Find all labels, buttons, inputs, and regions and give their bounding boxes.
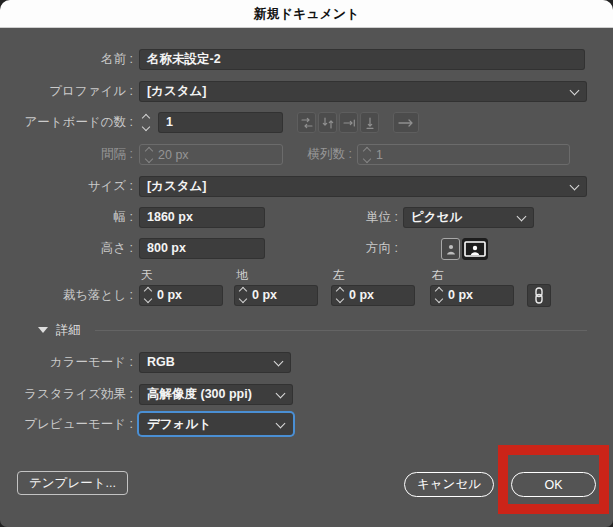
new-document-dialog: 新規ドキュメント 名前 : 名称未設定-2 プロファイル : [カスタム] アー… bbox=[0, 0, 613, 527]
width-row: 幅 : 1860 px 単位 : ピクセル bbox=[0, 207, 613, 228]
chevron-down-icon bbox=[363, 154, 371, 162]
columns-stepper bbox=[364, 146, 370, 164]
profile-label: プロファイル : bbox=[0, 81, 133, 102]
profile-value: [カスタム] bbox=[147, 84, 207, 98]
preview-mode-row: プレビューモード : デフォルト bbox=[0, 413, 613, 435]
height-label: 高さ : bbox=[0, 238, 133, 259]
chevron-down-icon bbox=[517, 212, 527, 222]
bleed-left-header: 左 bbox=[333, 268, 345, 282]
unit-label: 単位 : bbox=[300, 207, 398, 228]
change-layout-direction-icon bbox=[393, 112, 419, 133]
arrange-by-row-icon bbox=[339, 112, 358, 133]
cancel-button[interactable]: キャンセル bbox=[404, 472, 494, 497]
chevron-down-icon bbox=[435, 294, 443, 302]
height-row: 高さ : 800 px 方向 : bbox=[0, 238, 613, 259]
size-label: サイズ : bbox=[0, 176, 133, 197]
spacing-value: 20 px bbox=[158, 148, 189, 162]
height-input[interactable]: 800 px bbox=[139, 238, 265, 259]
size-value: [カスタム] bbox=[147, 179, 207, 193]
spacing-row: 間隔 : 20 px 横列数 : 1 bbox=[0, 144, 613, 165]
orientation-landscape-icon[interactable] bbox=[462, 238, 488, 260]
bleed-top-value: 0 px bbox=[157, 288, 182, 302]
chevron-down-icon bbox=[239, 294, 247, 302]
color-mode-select[interactable]: RGB bbox=[139, 352, 291, 373]
chevron-down-icon bbox=[276, 389, 286, 399]
chevron-down-icon bbox=[570, 86, 580, 96]
chevron-down-icon bbox=[145, 154, 153, 162]
bleed-left-stepper[interactable] bbox=[337, 286, 343, 304]
details-divider bbox=[95, 330, 587, 331]
bleed-left-input[interactable]: 0 px bbox=[331, 285, 415, 306]
chevron-up-icon bbox=[141, 114, 149, 122]
chevron-down-icon bbox=[144, 294, 152, 302]
preview-mode-label: プレビューモード : bbox=[0, 413, 133, 434]
chevron-down-icon bbox=[336, 294, 344, 302]
bleed-right-input[interactable]: 0 px bbox=[430, 285, 514, 306]
raster-effects-select[interactable]: 高解像度 (300 ppi) bbox=[139, 384, 293, 405]
columns-label: 横列数 : bbox=[240, 144, 352, 165]
artboard-count-label: アートボードの数 : bbox=[0, 112, 133, 133]
orientation-label: 方向 : bbox=[300, 238, 398, 259]
size-row: サイズ : [カスタム] bbox=[0, 176, 613, 197]
width-input[interactable]: 1860 px bbox=[139, 207, 265, 228]
profile-row: プロファイル : [カスタム] bbox=[0, 81, 613, 102]
bleed-right-value: 0 px bbox=[448, 288, 473, 302]
artboard-count-row: アートボードの数 : 1 bbox=[0, 112, 613, 133]
template-button[interactable]: テンプレート... bbox=[17, 471, 128, 495]
preview-mode-select[interactable]: デフォルト bbox=[139, 413, 293, 435]
raster-effects-label: ラスタライズ効果 : bbox=[0, 384, 133, 405]
artboard-count-stepper[interactable] bbox=[138, 112, 153, 133]
chevron-up-icon bbox=[144, 286, 152, 294]
profile-select[interactable]: [カスタム] bbox=[139, 81, 587, 102]
color-mode-row: カラーモード : RGB bbox=[0, 352, 613, 373]
chevron-down-icon bbox=[274, 357, 284, 367]
bleed-row: 裁ち落とし : 0 px 0 px 0 px 0 px bbox=[0, 285, 613, 308]
chevron-up-icon bbox=[145, 146, 153, 154]
bleed-bottom-input[interactable]: 0 px bbox=[234, 285, 318, 306]
chevron-down-icon bbox=[570, 181, 580, 191]
artboard-count-input[interactable]: 1 bbox=[158, 112, 283, 133]
bleed-bottom-value: 0 px bbox=[252, 288, 277, 302]
spacing-label: 間隔 : bbox=[0, 144, 133, 165]
chevron-down-icon bbox=[141, 123, 149, 131]
preview-mode-value: デフォルト bbox=[147, 417, 211, 431]
grid-by-row-icon bbox=[297, 112, 316, 133]
name-row: 名前 : 名称未設定-2 bbox=[0, 49, 613, 70]
bleed-top-stepper[interactable] bbox=[145, 286, 151, 304]
details-header[interactable]: 詳細 bbox=[0, 322, 613, 339]
dialog-title: 新規ドキュメント bbox=[0, 0, 613, 28]
name-label: 名前 : bbox=[0, 49, 133, 70]
spacing-stepper bbox=[146, 146, 152, 164]
bleed-left-value: 0 px bbox=[349, 288, 374, 302]
columns-value: 1 bbox=[376, 148, 383, 162]
chevron-up-icon bbox=[363, 146, 371, 154]
bleed-right-header: 右 bbox=[432, 268, 444, 282]
unit-select[interactable]: ピクセル bbox=[403, 207, 534, 228]
color-mode-label: カラーモード : bbox=[0, 352, 133, 373]
columns-input: 1 bbox=[357, 144, 570, 165]
link-icon[interactable] bbox=[527, 284, 551, 307]
bleed-top-header: 天 bbox=[141, 268, 153, 282]
chevron-up-icon bbox=[239, 286, 247, 294]
chevron-up-icon bbox=[435, 286, 443, 294]
width-label: 幅 : bbox=[0, 207, 133, 228]
arrange-by-column-icon bbox=[360, 112, 379, 133]
disclosure-triangle-icon bbox=[38, 327, 48, 333]
bleed-header-row: 天 地 左 右 bbox=[0, 268, 613, 282]
unit-value: ピクセル bbox=[411, 210, 462, 224]
chevron-down-icon bbox=[276, 419, 286, 429]
orientation-portrait-icon[interactable] bbox=[441, 238, 460, 260]
raster-effects-row: ラスタライズ効果 : 高解像度 (300 ppi) bbox=[0, 384, 613, 405]
color-mode-value: RGB bbox=[147, 355, 175, 369]
chevron-up-icon bbox=[336, 286, 344, 294]
size-select[interactable]: [カスタム] bbox=[139, 176, 587, 197]
bleed-label: 裁ち落とし : bbox=[0, 285, 133, 306]
bleed-top-input[interactable]: 0 px bbox=[139, 285, 223, 306]
raster-effects-value: 高解像度 (300 ppi) bbox=[147, 387, 252, 401]
grid-by-column-icon bbox=[318, 112, 337, 133]
details-label: 詳細 bbox=[56, 322, 81, 339]
bleed-bottom-stepper[interactable] bbox=[240, 286, 246, 304]
ok-button[interactable]: OK bbox=[511, 472, 596, 497]
name-input[interactable]: 名称未設定-2 bbox=[139, 49, 585, 70]
bleed-right-stepper[interactable] bbox=[436, 286, 442, 304]
